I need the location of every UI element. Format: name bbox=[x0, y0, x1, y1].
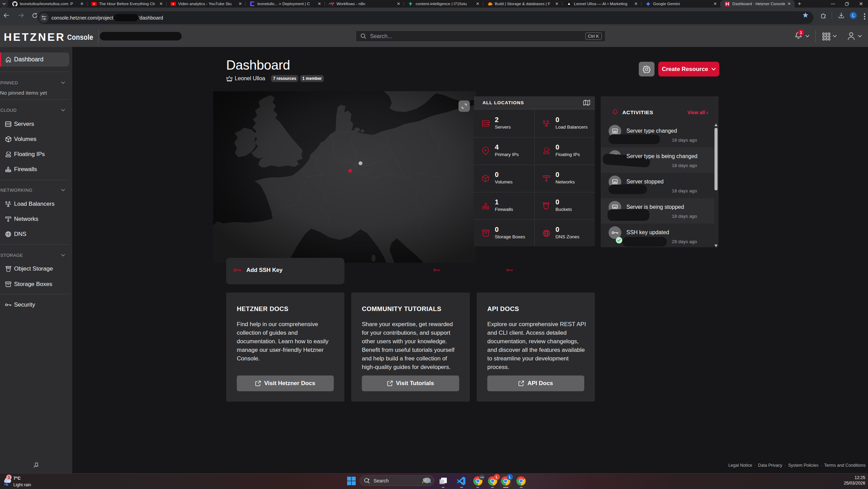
svg-text:IP: IP bbox=[485, 149, 487, 152]
